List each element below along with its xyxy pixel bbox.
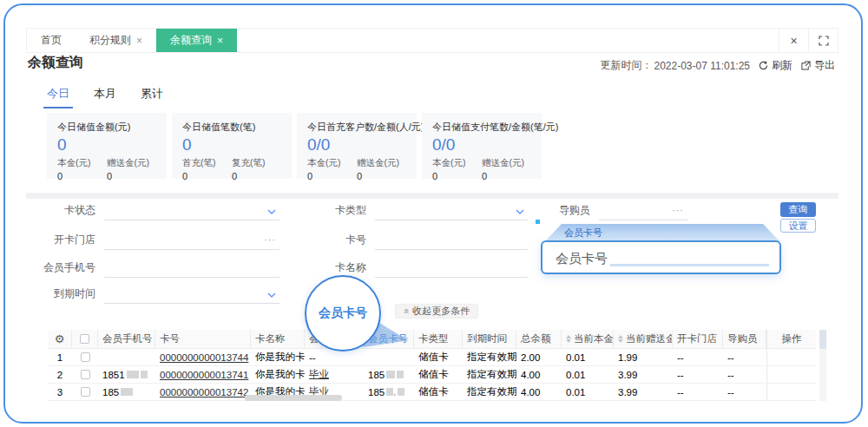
cell-open-store: -- <box>673 384 723 400</box>
collapse-more-conditions-button[interactable]: « 收起更多条件 <box>395 304 478 319</box>
stat-cards: 今日储值金额(元) 0 本金(元)0 赠送金(元)0 今日储值笔数(笔) 0 首… <box>47 113 542 179</box>
tabbar-actions: × <box>779 29 838 52</box>
card-type-select[interactable] <box>375 203 528 220</box>
tab-today[interactable]: 今日 <box>47 86 69 108</box>
table-row: 2 1851 0000000000013741 你是我的卡 毕业 185 储值卡… <box>48 366 816 384</box>
card-name-input[interactable] <box>375 260 528 278</box>
header-card-name: 卡名称 <box>251 330 305 348</box>
fullscreen-icon[interactable] <box>808 29 838 52</box>
cell-total-balance: 2.00 <box>516 349 562 365</box>
select-all-checkbox-cell <box>72 330 98 348</box>
table-row: 3 185 0000000000013742 你是我的卡 毕业 185, 储值卡… <box>48 384 816 401</box>
cell-actions <box>766 384 816 400</box>
refresh-button[interactable]: 刷新 <box>759 58 792 73</box>
redaction-block <box>141 371 148 378</box>
filter-card-type: 卡类型 <box>302 203 528 220</box>
column-settings-button[interactable]: ⚙ <box>48 330 72 348</box>
tab-points-rules[interactable]: 积分规则 × <box>76 29 156 52</box>
header-current-principal[interactable]: 当前本金 <box>562 330 614 348</box>
balance-table: ⚙ 会员手机号 卡号 卡名称 会员姓名 会员卡号 卡类型 到期时间 总余额 当前… <box>48 330 816 401</box>
horizontal-scrollbar-thumb[interactable] <box>245 395 342 401</box>
tab-close-icon[interactable]: × <box>136 36 142 46</box>
row-checkbox[interactable] <box>81 387 90 397</box>
cell-total-balance: 4.00 <box>516 384 562 400</box>
period-tabs: 今日 本月 累计 <box>47 86 163 108</box>
cell-card-type: 储值卡 <box>414 384 463 400</box>
cell-open-store: -- <box>673 349 723 365</box>
cell-card-type: 储值卡 <box>414 349 463 365</box>
sort-icon <box>618 332 623 345</box>
card-no-input[interactable] <box>375 233 528 250</box>
tab-cumulative[interactable]: 累计 <box>141 86 163 108</box>
tab-this-month[interactable]: 本月 <box>94 86 116 108</box>
cell-open-store: -- <box>673 366 723 383</box>
ellipsis-icon: ··· <box>672 206 684 217</box>
header-actions: 操作 <box>766 330 816 348</box>
annotation-dot <box>536 220 540 224</box>
cell-expiry: 指定有效期 <box>463 349 516 365</box>
double-chevron-up-icon: « <box>402 308 411 313</box>
search-button[interactable]: 查询 <box>780 202 816 217</box>
member-name-link[interactable]: 毕业 <box>309 368 329 381</box>
filter-open-store: 开卡门店 ··· <box>31 233 279 250</box>
stat-value: 0/0 <box>307 135 406 154</box>
card-no-link[interactable]: 0000000000013744 <box>160 352 248 363</box>
cell-current-principal: 0.01 <box>562 366 614 383</box>
card-no-link[interactable]: 0000000000013741 <box>160 370 248 380</box>
vertical-scrollbar[interactable] <box>819 330 826 401</box>
cell-guide: -- <box>723 349 766 365</box>
stat-card-first-charge: 今日首充客户数/金额(人/元) 0/0 本金(元)0 赠送金(元)0 <box>297 113 417 179</box>
open-store-picker[interactable]: ··· <box>104 233 279 250</box>
updated-time: 2022-03-07 11:01:25 <box>654 60 750 72</box>
header-card-type: 卡类型 <box>414 330 463 348</box>
member-card-no-zoom-input[interactable] <box>610 264 769 266</box>
guide-picker[interactable]: ··· <box>599 203 687 220</box>
select-all-checkbox[interactable] <box>80 334 89 344</box>
cell-member-phone: 1851 <box>98 366 155 383</box>
stat-value: 0 <box>57 135 156 154</box>
member-card-no-zoom-label: 会员卡号 <box>556 251 608 267</box>
filter-expiry-time: 到期时间 <box>31 286 279 304</box>
row-checkbox[interactable] <box>81 352 90 362</box>
expiry-time-select[interactable] <box>104 286 279 304</box>
cell-expiry: 指定有效期 <box>463 384 516 400</box>
filter-guide: 导购员 ··· <box>550 203 687 220</box>
member-phone-input[interactable] <box>104 260 279 278</box>
header-current-bonus[interactable]: 当前赠送金 <box>614 330 673 348</box>
card-no-link[interactable]: 0000000000013742 <box>160 387 248 397</box>
cell-actions <box>766 349 816 365</box>
tab-balance-query[interactable]: 余额查询 × <box>156 29 237 52</box>
tab-home-label: 首页 <box>41 33 62 48</box>
scrollbar-thumb[interactable] <box>819 330 826 349</box>
page-meta: 更新时间： 2022-03-07 11:01:25 刷新 导出 <box>600 58 835 73</box>
export-icon <box>801 61 811 70</box>
close-icon[interactable]: × <box>779 29 808 52</box>
row-checkbox[interactable] <box>81 370 90 379</box>
cell-guide: -- <box>723 366 766 383</box>
stat-card-deposit-count: 今日储值笔数(笔) 0 首充(笔)0 复充(笔)0 <box>172 113 292 179</box>
redaction-block <box>121 388 133 396</box>
magnifier-beam: 会员卡号 <box>545 224 779 241</box>
page-title: 余额查询 <box>28 54 83 72</box>
cell-actions <box>766 366 816 383</box>
member-card-no-mini-label: 会员卡号 <box>564 227 602 240</box>
row-index: 3 <box>48 384 72 400</box>
stat-value: 0/0 <box>432 135 531 154</box>
redaction-block <box>127 371 139 378</box>
tab-home[interactable]: 首页 <box>27 29 76 52</box>
filter-card-status: 卡状态 <box>31 203 279 220</box>
member-card-no-zoom-callout: 会员卡号 <box>541 240 781 274</box>
cell-current-principal: 0.01 <box>562 384 614 400</box>
header-guide: 导购员 <box>723 330 766 348</box>
redaction-block <box>386 388 393 396</box>
cell-member-card-no <box>364 349 414 365</box>
header-card-no: 卡号 <box>155 330 251 348</box>
settings-button[interactable]: 设置 <box>780 219 816 233</box>
cell-member-card-no: 185, <box>364 384 414 400</box>
card-status-select[interactable] <box>104 203 279 220</box>
tab-close-icon[interactable]: × <box>217 36 223 46</box>
chevron-down-icon <box>267 292 276 298</box>
cell-total-balance: 4.00 <box>516 366 562 383</box>
export-button[interactable]: 导出 <box>801 58 835 73</box>
cell-card-type: 储值卡 <box>414 366 463 383</box>
